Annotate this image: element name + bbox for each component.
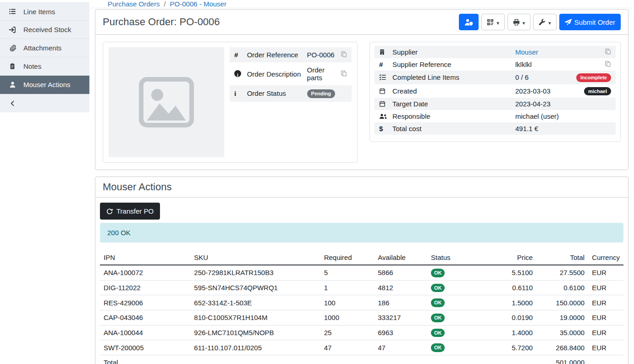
cell-status: OK [427,325,483,340]
col-header-currency: Currency [588,250,623,265]
list-icon [8,8,17,15]
user-admin-button[interactable] [459,14,479,30]
order-table-row: DIG-112022595-SN74HCS74QPWRQ114812OK0.61… [100,280,623,295]
cell-required: 1 [320,280,375,295]
breadcrumb-link-purchase-orders[interactable]: Purchase Orders [108,0,160,8]
cell-total: 27.5500 [536,265,588,280]
col-header-total: Total [536,250,588,265]
detail-value: Order parts [304,62,338,85]
cell-ipn: CAP-043046 [100,310,190,325]
purchase-order-details: Order Reference PO-0006 Order Descriptio… [95,35,628,170]
cell-ipn: SWT-200005 [100,340,190,355]
printer-icon [513,19,520,26]
cell-status: OK [427,340,483,355]
paper-plane-icon [565,19,572,26]
transfer-po-label: Transfer PO [116,207,154,215]
submit-order-button[interactable]: Submit Order [559,14,621,30]
user-shield-icon [464,19,473,26]
detail-value: PO-0006 [304,47,338,62]
cell-available: 6963 [374,325,427,340]
refresh-icon [106,208,113,215]
chevron-left-icon [8,100,17,107]
copy-icon[interactable] [605,61,611,67]
sidebar-item-label: Line Items [23,8,55,16]
order-table-header-row: IPN SKU Required Available Status Price … [100,250,623,265]
supplier-link[interactable]: Mouser [515,48,538,56]
info-circle-icon [234,70,241,77]
col-header-sku: SKU [190,250,320,265]
cell-required: 100 [320,295,375,310]
dollar-icon [379,125,383,132]
mouser-actions-panel-header: Mouser Actions [95,177,628,198]
detail-label: Supplier [390,46,513,58]
transfer-po-button[interactable]: Transfer PO [100,203,160,220]
tools-icon [539,19,546,26]
order-table-body: ANA-100072250-72981KLRATR150B355866OK5.5… [100,265,623,355]
status-ok-badge: OK [431,343,445,352]
cell-required: 47 [320,340,375,355]
content-area: Purchase Order: PO-0006 [89,8,634,364]
cell-available: 47 [374,340,427,355]
po-toolbar: Submit Order [459,14,621,30]
cell-price: 1.4000 [483,325,536,340]
cell-currency: EUR [588,295,623,310]
copy-icon[interactable] [341,70,347,77]
sidebar-item-notes[interactable]: Notes [0,57,89,76]
sidebar-item-attachments[interactable]: Attachments [0,39,89,57]
info-icon [234,89,236,97]
detail-label: Supplier Reference [390,58,513,71]
cell-price: 5.5100 [483,265,536,280]
cell-price: 0.6110 [483,280,536,295]
col-header-ipn: IPN [100,250,190,265]
col-header-required: Required [320,250,375,265]
print-menu-button[interactable] [507,14,531,30]
list-check-icon [379,74,387,81]
detail-row-order-reference: Order Reference PO-0006 [230,47,352,62]
sidebar-item-line-items[interactable]: Line Items [0,2,89,21]
order-image-placeholder[interactable] [109,47,224,157]
order-actions-menu-button[interactable] [533,14,557,30]
cell-price: 1.5000 [483,295,536,310]
detail-value: 2023-03-03 [513,84,568,98]
sidebar-item-received-stock[interactable]: Received Stock [0,21,89,39]
copy-icon[interactable] [605,48,611,55]
breadcrumb-link-current[interactable]: PO-0006 - Mouser [170,0,226,8]
cell-sku: 926-LMC7101QM5/NOPB [190,325,320,340]
cell-total: 35.0000 [536,325,588,340]
hash-icon [234,51,238,59]
cell-currency: EUR [588,325,623,340]
status-ok-badge: OK [431,298,445,307]
main-content: Purchase Orders / PO-0006 - Mouser Purch… [89,0,634,364]
breadcrumb: Purchase Orders / PO-0006 - Mouser [89,0,634,8]
cell-currency: EUR [588,310,623,325]
building-icon [379,49,387,55]
cell-status: OK [427,310,483,325]
cell-ipn: ANA-100072 [100,265,190,280]
detail-row-target-date: Target Date 2023-04-23 [375,98,616,110]
order-summary-table: Order Reference PO-0006 Order Descriptio… [230,47,352,102]
cell-required: 5 [320,265,375,280]
incomplete-badge: Incomplete [576,73,611,82]
cell-currency: EUR [588,340,623,355]
purchase-order-panel: Purchase Order: PO-0006 [95,9,628,170]
status-alert: 200 OK [100,223,623,243]
breadcrumb-separator: / [164,0,165,8]
cell-price: 5.7200 [483,340,536,355]
cell-total: 0.6100 [536,280,588,295]
total-row-value: 501.0000 [536,355,588,364]
detail-row-responsible: Responsible michael (user) [375,110,616,122]
chevron-down-icon [548,18,551,26]
cell-status: OK [427,280,483,295]
order-status-badge: Pending [307,89,335,98]
barcode-menu-button[interactable] [481,14,505,30]
cell-ipn: DIG-112022 [100,280,190,295]
detail-row-supplier: Supplier Mouser [375,46,616,58]
chevron-down-icon [523,18,525,26]
app-root: Line Items Received Stock Attachments No… [0,0,634,364]
sidebar-collapse-button[interactable] [0,94,89,112]
detail-label: Responsible [390,110,513,122]
sidebar-item-mouser-actions[interactable]: Mouser Actions [0,76,89,94]
cell-available: 4812 [374,280,427,295]
mouser-actions-title: Mouser Actions [103,181,171,193]
copy-icon[interactable] [341,51,347,57]
